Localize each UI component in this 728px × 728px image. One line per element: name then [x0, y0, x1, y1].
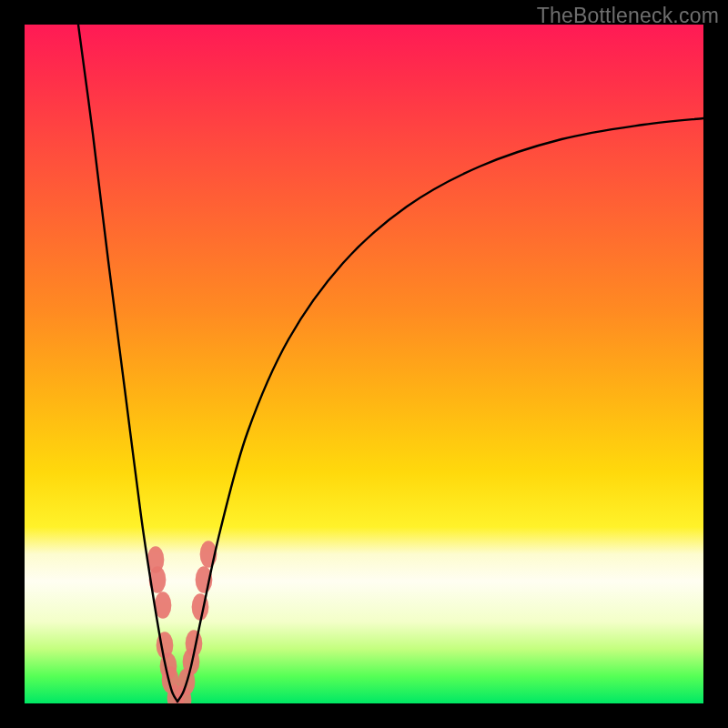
chart-svg — [25, 25, 703, 703]
curve-right-branch — [177, 118, 703, 702]
plot-area — [25, 25, 703, 703]
outer-frame: TheBottleneck.com — [0, 0, 728, 728]
